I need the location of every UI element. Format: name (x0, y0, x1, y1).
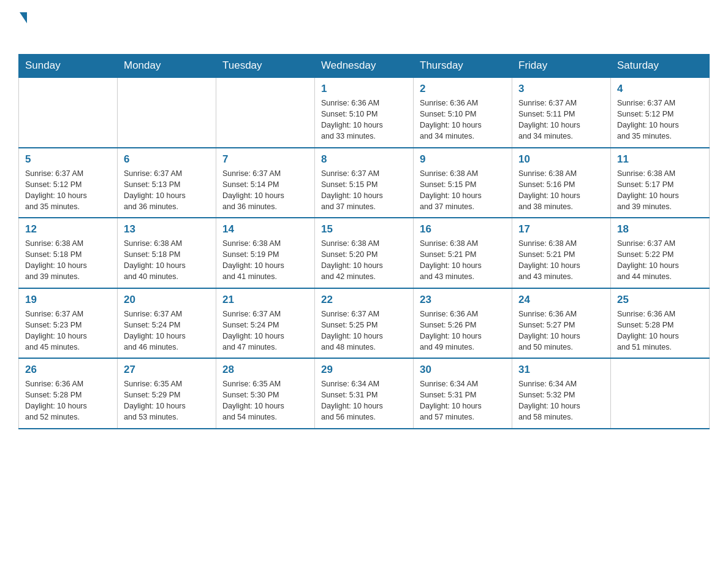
day-cell-7: 7Sunrise: 6:37 AMSunset: 5:14 PMDaylight… (216, 148, 315, 218)
day-number: 2 (420, 83, 506, 95)
day-cell-15: 15Sunrise: 6:38 AMSunset: 5:20 PMDayligh… (315, 218, 414, 288)
day-number: 6 (124, 153, 210, 166)
day-number: 29 (321, 364, 407, 376)
day-number: 12 (25, 223, 111, 236)
weekday-header-monday: Monday (118, 55, 216, 78)
day-info: Sunrise: 6:37 AMSunset: 5:23 PMDaylight:… (25, 308, 111, 353)
day-info: Sunrise: 6:37 AMSunset: 5:22 PMDaylight:… (617, 238, 703, 283)
day-info: Sunrise: 6:35 AMSunset: 5:29 PMDaylight:… (124, 378, 210, 423)
logo (18, 12, 31, 44)
day-info: Sunrise: 6:38 AMSunset: 5:17 PMDaylight:… (617, 168, 703, 213)
day-number: 24 (518, 294, 604, 306)
day-number: 17 (518, 223, 604, 236)
day-cell-16: 16Sunrise: 6:38 AMSunset: 5:21 PMDayligh… (414, 218, 512, 288)
day-cell-18: 18Sunrise: 6:37 AMSunset: 5:22 PMDayligh… (611, 218, 710, 288)
calendar-body: 1Sunrise: 6:36 AMSunset: 5:10 PMDaylight… (19, 77, 710, 429)
day-number: 3 (518, 83, 604, 95)
day-number: 7 (222, 153, 308, 166)
empty-cell (118, 77, 216, 148)
day-cell-24: 24Sunrise: 6:36 AMSunset: 5:27 PMDayligh… (512, 288, 611, 359)
day-cell-13: 13Sunrise: 6:38 AMSunset: 5:18 PMDayligh… (118, 218, 216, 288)
day-number: 14 (222, 223, 308, 236)
day-info: Sunrise: 6:35 AMSunset: 5:30 PMDaylight:… (222, 378, 308, 423)
day-info: Sunrise: 6:34 AMSunset: 5:31 PMDaylight:… (321, 378, 407, 423)
weekday-header-thursday: Thursday (414, 55, 512, 78)
page-header (18, 12, 710, 44)
empty-cell (216, 77, 315, 148)
day-cell-10: 10Sunrise: 6:38 AMSunset: 5:16 PMDayligh… (512, 148, 611, 218)
day-info: Sunrise: 6:36 AMSunset: 5:10 PMDaylight:… (321, 98, 407, 142)
day-number: 9 (420, 153, 506, 166)
day-cell-14: 14Sunrise: 6:38 AMSunset: 5:19 PMDayligh… (216, 218, 315, 288)
day-info: Sunrise: 6:38 AMSunset: 5:16 PMDaylight:… (518, 168, 604, 213)
day-info: Sunrise: 6:36 AMSunset: 5:28 PMDaylight:… (617, 308, 703, 353)
day-cell-4: 4Sunrise: 6:37 AMSunset: 5:12 PMDaylight… (611, 77, 710, 148)
day-info: Sunrise: 6:38 AMSunset: 5:21 PMDaylight:… (420, 238, 506, 283)
day-number: 16 (420, 223, 506, 236)
day-number: 18 (617, 223, 703, 236)
day-number: 22 (321, 294, 407, 306)
day-number: 13 (124, 223, 210, 236)
day-number: 25 (617, 294, 703, 306)
day-info: Sunrise: 6:37 AMSunset: 5:12 PMDaylight:… (617, 98, 703, 142)
day-info: Sunrise: 6:36 AMSunset: 5:26 PMDaylight:… (420, 308, 506, 353)
day-cell-23: 23Sunrise: 6:36 AMSunset: 5:26 PMDayligh… (414, 288, 512, 359)
day-number: 8 (321, 153, 407, 166)
day-cell-31: 31Sunrise: 6:34 AMSunset: 5:32 PMDayligh… (512, 358, 611, 429)
day-cell-17: 17Sunrise: 6:38 AMSunset: 5:21 PMDayligh… (512, 218, 611, 288)
day-cell-22: 22Sunrise: 6:37 AMSunset: 5:25 PMDayligh… (315, 288, 414, 359)
day-info: Sunrise: 6:37 AMSunset: 5:24 PMDaylight:… (222, 308, 308, 353)
day-info: Sunrise: 6:37 AMSunset: 5:12 PMDaylight:… (25, 168, 111, 213)
weekday-header-row: SundayMondayTuesdayWednesdayThursdayFrid… (19, 55, 710, 78)
day-info: Sunrise: 6:38 AMSunset: 5:19 PMDaylight:… (222, 238, 308, 283)
weekday-header-friday: Friday (512, 55, 611, 78)
day-cell-28: 28Sunrise: 6:35 AMSunset: 5:30 PMDayligh… (216, 358, 315, 429)
day-cell-19: 19Sunrise: 6:37 AMSunset: 5:23 PMDayligh… (19, 288, 118, 359)
day-number: 10 (518, 153, 604, 166)
day-info: Sunrise: 6:37 AMSunset: 5:13 PMDaylight:… (124, 168, 210, 213)
day-info: Sunrise: 6:38 AMSunset: 5:18 PMDaylight:… (124, 238, 210, 283)
week-row-3: 12Sunrise: 6:38 AMSunset: 5:18 PMDayligh… (19, 218, 710, 288)
day-info: Sunrise: 6:34 AMSunset: 5:32 PMDaylight:… (518, 378, 604, 423)
empty-cell (19, 77, 118, 148)
calendar-table: SundayMondayTuesdayWednesdayThursdayFrid… (18, 54, 710, 429)
day-number: 31 (518, 364, 604, 376)
day-info: Sunrise: 6:37 AMSunset: 5:15 PMDaylight:… (321, 168, 407, 213)
day-info: Sunrise: 6:38 AMSunset: 5:18 PMDaylight:… (25, 238, 111, 283)
day-cell-26: 26Sunrise: 6:36 AMSunset: 5:28 PMDayligh… (19, 358, 118, 429)
day-info: Sunrise: 6:38 AMSunset: 5:21 PMDaylight:… (518, 238, 604, 283)
day-cell-29: 29Sunrise: 6:34 AMSunset: 5:31 PMDayligh… (315, 358, 414, 429)
day-cell-1: 1Sunrise: 6:36 AMSunset: 5:10 PMDaylight… (315, 77, 414, 148)
day-cell-2: 2Sunrise: 6:36 AMSunset: 5:10 PMDaylight… (414, 77, 512, 148)
day-number: 30 (420, 364, 506, 376)
week-row-5: 26Sunrise: 6:36 AMSunset: 5:28 PMDayligh… (19, 358, 710, 429)
weekday-header-tuesday: Tuesday (216, 55, 315, 78)
day-number: 20 (124, 294, 210, 306)
day-cell-30: 30Sunrise: 6:34 AMSunset: 5:31 PMDayligh… (414, 358, 512, 429)
day-number: 4 (617, 83, 703, 95)
day-number: 27 (124, 364, 210, 376)
logo-arrow-icon (20, 12, 27, 23)
day-info: Sunrise: 6:37 AMSunset: 5:25 PMDaylight:… (321, 308, 407, 353)
day-cell-20: 20Sunrise: 6:37 AMSunset: 5:24 PMDayligh… (118, 288, 216, 359)
day-cell-5: 5Sunrise: 6:37 AMSunset: 5:12 PMDaylight… (19, 148, 118, 218)
day-cell-8: 8Sunrise: 6:37 AMSunset: 5:15 PMDaylight… (315, 148, 414, 218)
day-info: Sunrise: 6:37 AMSunset: 5:11 PMDaylight:… (518, 98, 604, 142)
day-number: 21 (222, 294, 308, 306)
weekday-header-saturday: Saturday (611, 55, 710, 78)
day-cell-3: 3Sunrise: 6:37 AMSunset: 5:11 PMDaylight… (512, 77, 611, 148)
day-info: Sunrise: 6:37 AMSunset: 5:14 PMDaylight:… (222, 168, 308, 213)
weekday-header-wednesday: Wednesday (315, 55, 414, 78)
day-cell-11: 11Sunrise: 6:38 AMSunset: 5:17 PMDayligh… (611, 148, 710, 218)
day-number: 28 (222, 364, 308, 376)
calendar-header: SundayMondayTuesdayWednesdayThursdayFrid… (19, 55, 710, 78)
day-info: Sunrise: 6:38 AMSunset: 5:15 PMDaylight:… (420, 168, 506, 213)
day-number: 26 (25, 364, 111, 376)
day-number: 19 (25, 294, 111, 306)
week-row-4: 19Sunrise: 6:37 AMSunset: 5:23 PMDayligh… (19, 288, 710, 359)
week-row-1: 1Sunrise: 6:36 AMSunset: 5:10 PMDaylight… (19, 77, 710, 148)
day-info: Sunrise: 6:38 AMSunset: 5:20 PMDaylight:… (321, 238, 407, 283)
empty-cell (611, 358, 710, 429)
day-number: 1 (321, 83, 407, 95)
day-cell-9: 9Sunrise: 6:38 AMSunset: 5:15 PMDaylight… (414, 148, 512, 218)
